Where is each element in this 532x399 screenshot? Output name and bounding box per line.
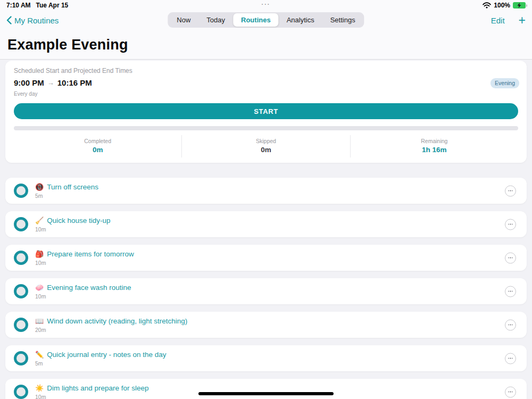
battery-charging-icon [513, 2, 526, 9]
task-body: 📵 Turn off screens 5m [35, 182, 98, 199]
task-title[interactable]: Wind down activity (reading, light stret… [47, 317, 187, 325]
start-button[interactable]: START [14, 103, 518, 119]
task-more-button[interactable] [505, 252, 516, 263]
task-body: 🧼 Evening face wash routine 10m [35, 283, 131, 300]
stat: Remaining 1h 16m [350, 135, 518, 157]
task-body: ☀️ Dim lights and prepare for sleep 10m [35, 384, 149, 399]
stat-label: Completed [14, 138, 181, 144]
status-date: Tue Apr 15 [36, 2, 69, 9]
task-title[interactable]: Quick house tidy-up [47, 217, 110, 225]
stat-label: Remaining [351, 138, 518, 144]
task-duration: 10m [35, 226, 111, 232]
task-title[interactable]: Quick journal entry - notes on the day [47, 351, 166, 359]
task-row: 🧹 Quick house tidy-up 10m [5, 211, 527, 237]
task-complete-circle[interactable] [14, 351, 28, 365]
task-complete-circle[interactable] [14, 385, 28, 399]
task-row: ☀️ Dim lights and prepare for sleep 10m [5, 379, 527, 399]
schedule-times: 9:00 PM → 10:16 PM [14, 78, 518, 87]
task-complete-circle[interactable] [14, 284, 28, 298]
task-body: ✏️ Quick journal entry - notes on the da… [35, 350, 167, 367]
progress-bar [14, 126, 518, 130]
header: 7:10 AM Tue Apr 15 ··· 100% My Routines … [0, 0, 532, 60]
stat-label: Skipped [182, 138, 350, 144]
task-emoji-icon: ✏️ [35, 351, 44, 358]
task-body: 🎒 Prepare items for tomorrow 10m [35, 250, 134, 266]
time-of-day-badge: Evening [491, 78, 519, 88]
task-row: 📖 Wind down activity (reading, light str… [5, 312, 527, 338]
edit-button[interactable]: Edit [491, 16, 505, 25]
task-more-button[interactable] [505, 386, 516, 397]
task-complete-circle[interactable] [14, 217, 28, 231]
task-duration: 20m [35, 327, 187, 333]
task-list: 📵 Turn off screens 5m 🧹 Quick house tidy… [0, 178, 532, 399]
task-duration: 10m [35, 293, 131, 300]
back-button[interactable]: My Routines [6, 16, 59, 25]
task-emoji-icon: 🎒 [35, 251, 44, 257]
task-row: 📵 Turn off screens 5m [5, 178, 527, 204]
tab-settings[interactable]: Settings [322, 13, 363, 27]
task-title[interactable]: Dim lights and prepare for sleep [47, 384, 148, 392]
task-emoji-icon: 📖 [35, 318, 44, 325]
task-complete-circle[interactable] [14, 318, 28, 332]
home-indicator[interactable] [198, 392, 334, 395]
task-title[interactable]: Prepare items for tomorrow [47, 250, 134, 258]
page-title: Example Evening [0, 30, 532, 59]
end-time: 10:16 PM [57, 78, 92, 87]
stat: Skipped 0m [181, 135, 350, 157]
task-more-button[interactable] [505, 286, 516, 297]
stat-value: 0m [182, 146, 350, 154]
chevron-left-icon [6, 16, 12, 24]
task-title[interactable]: Turn off screens [47, 183, 98, 191]
task-complete-circle[interactable] [14, 251, 28, 265]
task-more-button[interactable] [505, 319, 516, 330]
stat-value: 0m [14, 146, 181, 154]
battery-percent: 100% [494, 2, 510, 9]
status-time: 7:10 AM [6, 2, 31, 9]
task-more-button[interactable] [505, 353, 516, 364]
task-row: 🧼 Evening face wash routine 10m [5, 278, 527, 304]
task-duration: 5m [35, 360, 167, 367]
arrow-icon: → [47, 79, 54, 87]
task-duration: 5m [35, 193, 98, 199]
task-emoji-icon: 🧼 [35, 284, 44, 291]
wifi-icon [483, 2, 491, 9]
stat: Completed 0m [14, 135, 181, 157]
tab-bar: NowTodayRoutinesAnalyticsSettings [168, 12, 364, 28]
task-emoji-icon: 🧹 [35, 217, 44, 224]
add-button[interactable]: + [519, 14, 526, 27]
task-emoji-icon: 📵 [35, 184, 44, 190]
task-body: 🧹 Quick house tidy-up 10m [35, 216, 111, 232]
task-body: 📖 Wind down activity (reading, light str… [35, 317, 187, 333]
schedule-subtitle: Scheduled Start and Projected End Times [14, 67, 518, 74]
stats-row: Completed 0m Skipped 0m Remaining 1h 16m [14, 135, 518, 157]
task-row: 🎒 Prepare items for tomorrow 10m [5, 245, 527, 271]
task-duration: 10m [35, 394, 149, 399]
frequency-label: Every day [14, 91, 518, 97]
task-row: ✏️ Quick journal entry - notes on the da… [5, 345, 527, 371]
tab-now[interactable]: Now [169, 13, 198, 27]
stat-value: 1h 16m [351, 146, 518, 154]
task-more-button[interactable] [505, 219, 516, 230]
multitask-dots-icon: ··· [262, 1, 271, 7]
start-time: 9:00 PM [14, 78, 44, 87]
task-title[interactable]: Evening face wash routine [47, 284, 131, 292]
schedule-card: Scheduled Start and Projected End Times … [5, 61, 527, 163]
back-button-label: My Routines [14, 16, 59, 25]
task-duration: 10m [35, 260, 134, 266]
task-more-button[interactable] [505, 185, 516, 196]
task-complete-circle[interactable] [14, 184, 28, 198]
nav-bar: My Routines NowTodayRoutinesAnalyticsSet… [0, 11, 532, 30]
tab-today[interactable]: Today [198, 13, 233, 27]
tab-analytics[interactable]: Analytics [279, 13, 322, 27]
task-emoji-icon: ☀️ [35, 385, 44, 392]
status-bar: 7:10 AM Tue Apr 15 ··· 100% [0, 0, 532, 11]
tab-routines[interactable]: Routines [233, 13, 279, 27]
